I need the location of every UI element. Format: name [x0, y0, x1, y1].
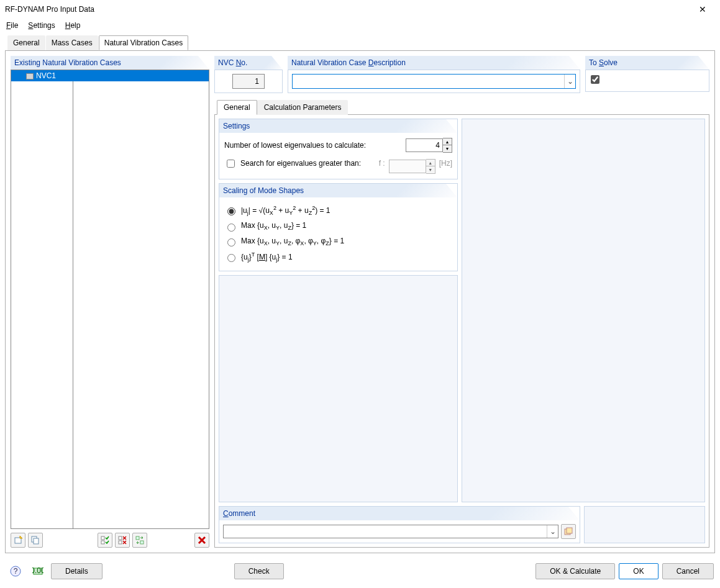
to-solve-label: To Solve — [585, 56, 709, 70]
comment-library-button[interactable] — [561, 524, 576, 539]
scaling-radio-4[interactable] — [227, 254, 235, 262]
chevron-down-icon[interactable]: ⌄ — [547, 525, 558, 538]
select-all-button[interactable] — [98, 533, 112, 548]
main-panel: Existing Natural Vibration Cases NVC1 — [5, 50, 715, 553]
tab-general[interactable]: General — [7, 35, 45, 50]
settings-group: Settings Number of lowest eigenvalues to… — [219, 119, 458, 179]
f-label: f : — [379, 159, 385, 168]
check-button[interactable]: Check — [234, 563, 284, 579]
f-input — [389, 160, 426, 173]
search-gt-checkbox[interactable] — [227, 160, 235, 168]
toggle-button[interactable] — [132, 533, 147, 548]
ok-button[interactable]: OK — [619, 563, 658, 579]
footer: ? 0.00 Details Check OK & Calculate OK C… — [0, 558, 720, 586]
details-button[interactable]: Details — [51, 563, 103, 579]
svg-rect-8 — [136, 536, 139, 540]
scaling-radio-3[interactable] — [227, 238, 235, 247]
copy-case-button[interactable] — [28, 533, 43, 548]
main-tabs: General Mass Cases Natural Vibration Cas… — [7, 35, 715, 51]
scaling-label-4: {uj}T [M] {uj} = 1 — [241, 251, 293, 263]
nvc-listbox[interactable]: NVC1 — [11, 70, 209, 529]
f-unit: [Hz] — [439, 159, 452, 168]
units-button[interactable]: 0.00 — [29, 563, 47, 579]
sub-panel: Settings Number of lowest eigenvalues to… — [214, 114, 709, 548]
new-case-button[interactable] — [11, 533, 25, 548]
svg-rect-6 — [119, 536, 122, 540]
existing-nvc-header: Existing Natural Vibration Cases — [11, 56, 209, 70]
svg-rect-5 — [101, 541, 104, 544]
sub-tab-general[interactable]: General — [217, 100, 257, 115]
sub-tabs: General Calculation Parameters — [217, 100, 709, 115]
scaling-radio-1[interactable] — [227, 207, 235, 215]
menu-file[interactable]: File — [6, 21, 18, 30]
search-gt-label: Search for eigenvalues greater than: — [240, 159, 375, 168]
nvc-desc-input[interactable] — [293, 75, 564, 88]
svg-rect-4 — [101, 536, 104, 540]
copy-icon — [31, 536, 40, 545]
library-icon — [564, 527, 573, 536]
placeholder-box-left — [219, 275, 458, 502]
num-eigen-input[interactable] — [406, 138, 443, 152]
ok-calculate-button[interactable]: OK & Calculate — [535, 563, 615, 579]
deselect-all-button[interactable] — [115, 533, 130, 548]
to-solve-checkbox[interactable] — [591, 75, 599, 84]
placeholder-bottom-right — [584, 506, 705, 543]
spin-down-icon[interactable]: ▼ — [443, 145, 452, 152]
scaling-label-1: |uj| = √(uX2 + uY2 + uZ2) = 1 — [241, 205, 330, 216]
left-column: Existing Natural Vibration Cases NVC1 — [11, 56, 209, 548]
cancel-button[interactable]: Cancel — [662, 563, 714, 579]
tab-mass-cases[interactable]: Mass Cases — [46, 35, 98, 50]
svg-text:0.00: 0.00 — [32, 566, 43, 575]
nvc-desc-combo[interactable]: ⌄ — [292, 74, 576, 89]
scaling-label-2: Max {uX, uY, uZ} = 1 — [241, 221, 306, 231]
uncheck-all-icon — [118, 536, 127, 545]
menu-settings[interactable]: Settings — [28, 21, 55, 30]
units-icon: 0.00 — [32, 566, 43, 577]
titlebar: RF-DYNAM Pro Input Data ✕ — [0, 0, 720, 19]
delete-button[interactable] — [194, 533, 209, 548]
right-column: NVC No. Natural Vibration Case Descripti… — [214, 56, 709, 548]
list-item[interactable]: NVC1 — [11, 70, 209, 81]
svg-rect-3 — [34, 538, 39, 544]
svg-rect-9 — [140, 541, 144, 544]
svg-text:?: ? — [14, 567, 18, 576]
placeholder-box-right — [462, 119, 705, 502]
sub-tab-calc[interactable]: Calculation Parameters — [257, 100, 349, 115]
svg-rect-7 — [119, 541, 122, 544]
svg-marker-1 — [20, 536, 22, 538]
settings-header: Settings — [219, 119, 457, 133]
menubar: File Settings Help — [0, 19, 720, 35]
new-icon — [14, 536, 22, 545]
comment-group: Comment ⌄ — [219, 506, 580, 543]
svg-rect-11 — [567, 528, 572, 533]
scaling-header: Scaling of Mode Shapes — [219, 184, 457, 197]
scaling-label-3: Max {uX, uY, uZ, φX, φY, φZ} = 1 — [241, 237, 344, 247]
f-spinner: ▲▼ — [389, 159, 435, 174]
chevron-down-icon[interactable]: ⌄ — [564, 75, 575, 88]
nvc-desc-label: Natural Vibration Case Description — [288, 56, 580, 70]
close-icon[interactable]: ✕ — [690, 4, 715, 14]
left-toolbar — [11, 529, 209, 548]
comment-header: Comment — [219, 507, 580, 520]
spin-down-icon: ▼ — [426, 166, 435, 173]
num-eigen-label: Number of lowest eigenvalues to calculat… — [224, 141, 402, 150]
spin-up-icon: ▲ — [426, 160, 435, 166]
list-item-num: NVC1 — [36, 71, 56, 80]
help-icon: ? — [10, 566, 21, 577]
scaling-group: Scaling of Mode Shapes |uj| = √(uX2 + uY… — [219, 183, 458, 271]
nvc-no-label: NVC No. — [214, 56, 283, 70]
tab-nvc[interactable]: Natural Vibration Cases — [99, 35, 189, 50]
scaling-radio-2[interactable] — [227, 224, 235, 232]
spin-up-icon[interactable]: ▲ — [443, 138, 452, 145]
window-title: RF-DYNAM Pro Input Data — [5, 5, 690, 14]
nvc-no-input[interactable] — [232, 74, 265, 89]
swap-icon — [135, 536, 144, 545]
menu-help[interactable]: Help — [65, 21, 81, 30]
comment-input[interactable] — [224, 525, 547, 538]
case-icon — [26, 73, 34, 79]
num-eigen-spinner[interactable]: ▲▼ — [406, 138, 452, 153]
comment-combo[interactable]: ⌄ — [223, 525, 558, 538]
delete-icon — [198, 536, 206, 545]
help-button[interactable]: ? — [6, 563, 25, 579]
check-all-icon — [101, 536, 109, 545]
